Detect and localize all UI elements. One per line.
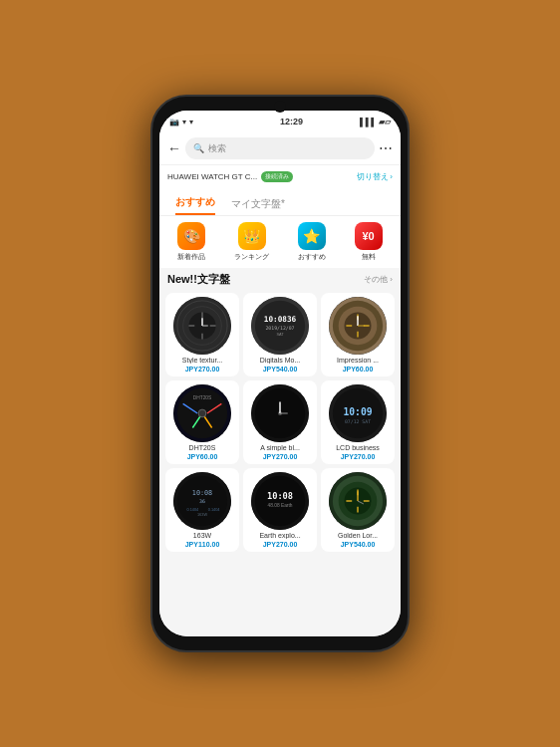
status-left-icons: 📷 ▾ ▾ — [169, 118, 193, 126]
phone-screen: 📷 ▾ ▾ 12:29 ▌▌▌ ▰▱ ← 🔍 検索 ⋯ HUAWEI WATCH… — [159, 111, 401, 636]
cat-new-works-label: 新着作品 — [177, 252, 205, 262]
watch-face-item-0[interactable]: Style textur... JPY270.00 — [165, 293, 239, 376]
watch-faces-grid: Style textur... JPY270.00 10:0836 2019/1… — [159, 289, 401, 556]
tab-my-faces[interactable]: マイ文字盤* — [231, 197, 285, 215]
watch-face-item-7[interactable]: 10:08 48.08 Earth Earth explo... JPY270.… — [243, 468, 317, 552]
watch-face-price-3: JPY60.00 — [187, 453, 218, 460]
cat-free[interactable]: ¥0 無料 — [355, 222, 383, 262]
watch-face-img-0 — [173, 297, 231, 355]
connected-badge: 接続済み — [261, 171, 293, 182]
tab-recommended[interactable]: おすすめ — [175, 195, 215, 215]
watch-face-name-4: A simple bl... — [260, 444, 300, 451]
watch-face-img-8 — [329, 472, 387, 530]
svg-text:2019/12/07: 2019/12/07 — [265, 326, 294, 331]
cat-new-works[interactable]: 🎨 新着作品 — [177, 222, 205, 262]
search-placeholder: 検索 — [208, 142, 226, 155]
watch-face-price-8: JPY540.00 — [341, 541, 376, 548]
watch-face-item-4[interactable]: A simple bl... JPY270.00 — [243, 380, 317, 464]
search-icon: 🔍 — [193, 143, 204, 153]
watch-faces-scroll[interactable]: Style textur... JPY270.00 10:0836 2019/1… — [159, 289, 401, 636]
watch-face-name-6: 163W — [193, 532, 211, 539]
svg-text:07/12 SAT: 07/12 SAT — [345, 419, 371, 424]
watch-face-img-5: 10:09 07/12 SAT — [329, 384, 387, 442]
watch-face-item-1[interactable]: 10:0836 2019/12/07 SAT Digitals Mo... JP… — [243, 293, 317, 376]
cat-ranking[interactable]: 👑 ランキング — [234, 222, 269, 262]
svg-point-31 — [198, 409, 206, 417]
punch-hole-camera — [274, 101, 286, 113]
cat-ranking-label: ランキング — [234, 252, 269, 262]
svg-text:10:0836: 10:0836 — [264, 315, 297, 324]
cat-free-label: 無料 — [362, 252, 376, 262]
watch-face-name-8: Golden Lor... — [338, 532, 378, 539]
watch-face-name-0: Style textur... — [182, 357, 222, 364]
cat-recommended-label: おすすめ — [298, 252, 326, 262]
svg-text:10:08: 10:08 — [267, 491, 293, 501]
phone-outer: 📷 ▾ ▾ 12:29 ▌▌▌ ▰▱ ← 🔍 検索 ⋯ HUAWEI WATCH… — [150, 95, 410, 652]
status-bar: 📷 ▾ ▾ 12:29 ▌▌▌ ▰▱ — [159, 111, 401, 132]
watch-face-item-3[interactable]: DHT20S DHT20S JPY60.00 — [165, 380, 239, 464]
cat-free-icon: ¥0 — [355, 222, 383, 250]
category-row: 🎨 新着作品 👑 ランキング ⭐ おすすめ ¥0 無料 — [159, 216, 401, 268]
svg-text:0.1404: 0.1404 — [186, 508, 199, 512]
top-bar: ← 🔍 検索 ⋯ — [159, 132, 401, 164]
watch-face-img-3: DHT20S — [173, 384, 231, 442]
watch-face-item-2[interactable]: Impression ... JPY60.00 — [321, 293, 395, 376]
svg-text:36: 36 — [199, 499, 205, 504]
wifi-icon: ▾ — [182, 118, 186, 126]
watch-name-label: HUAWEI WATCH GT C... — [167, 172, 257, 181]
watch-face-name-3: DHT20S — [189, 444, 216, 451]
watch-face-img-6: 10:08 36 0.1404 0.1404 163W — [173, 472, 231, 530]
status-right-icons: ▌▌▌ ▰▱ — [360, 118, 391, 126]
svg-text:DHT20S: DHT20S — [193, 395, 212, 400]
tabs-row: おすすめ マイ文字盤* — [159, 188, 401, 216]
watch-face-price-1: JPY540.00 — [263, 366, 298, 373]
cat-ranking-icon: 👑 — [238, 222, 266, 250]
camera-icon: 📷 — [169, 118, 179, 126]
svg-text:10:08: 10:08 — [192, 489, 212, 497]
watch-face-img-2 — [329, 297, 387, 355]
svg-text:0.1404: 0.1404 — [208, 508, 221, 512]
more-options-button[interactable]: ⋯ — [379, 140, 393, 156]
watch-face-item-6[interactable]: 10:08 36 0.1404 0.1404 163W 163W JPY110.… — [165, 468, 239, 552]
cat-recommended-icon: ⭐ — [298, 222, 326, 250]
search-bar[interactable]: 🔍 検索 — [185, 137, 375, 159]
back-button[interactable]: ← — [167, 140, 181, 156]
battery-icon: ▰▱ — [379, 118, 391, 126]
watch-face-name-2: Impression ... — [337, 357, 379, 364]
watch-face-name-7: Earth explo... — [259, 532, 300, 539]
watch-name-bar: HUAWEI WATCH GT C... 接続済み 切り替え › — [159, 164, 401, 188]
svg-text:10:09: 10:09 — [343, 406, 372, 417]
watch-face-item-5[interactable]: 10:09 07/12 SAT LCD business JPY270.00 — [321, 380, 395, 464]
signal-bars-icon: ▌▌▌ — [360, 118, 377, 126]
watch-face-price-5: JPY270.00 — [341, 453, 376, 460]
svg-text:163W: 163W — [197, 513, 207, 517]
section-header: New!!文字盤 その他 › — [159, 268, 401, 289]
watch-face-img-1: 10:0836 2019/12/07 SAT — [251, 297, 309, 355]
watch-face-price-0: JPY270.00 — [185, 366, 220, 373]
cat-new-works-icon: 🎨 — [177, 222, 205, 250]
signal-icon: ▾ — [189, 118, 193, 126]
watch-face-name-1: Digitals Mo... — [260, 357, 300, 364]
see-more-button[interactable]: その他 › — [364, 274, 393, 285]
watch-face-price-6: JPY110.00 — [185, 541, 220, 548]
watch-face-name-5: LCD business — [336, 444, 380, 451]
svg-text:48.08 Earth: 48.08 Earth — [268, 503, 293, 508]
watch-face-img-4 — [251, 384, 309, 442]
watch-face-item-8[interactable]: Golden Lor... JPY540.00 — [321, 468, 395, 552]
watch-face-price-4: JPY270.00 — [263, 453, 298, 460]
watch-face-img-7: 10:08 48.08 Earth — [251, 472, 309, 530]
watch-face-price-7: JPY270.00 — [263, 541, 298, 548]
watch-face-price-2: JPY60.00 — [343, 366, 374, 373]
svg-text:SAT: SAT — [276, 333, 284, 337]
section-title: New!!文字盤 — [167, 272, 230, 287]
cat-recommended[interactable]: ⭐ おすすめ — [298, 222, 326, 262]
status-time: 12:29 — [280, 117, 303, 126]
switch-button[interactable]: 切り替え › — [357, 171, 393, 182]
